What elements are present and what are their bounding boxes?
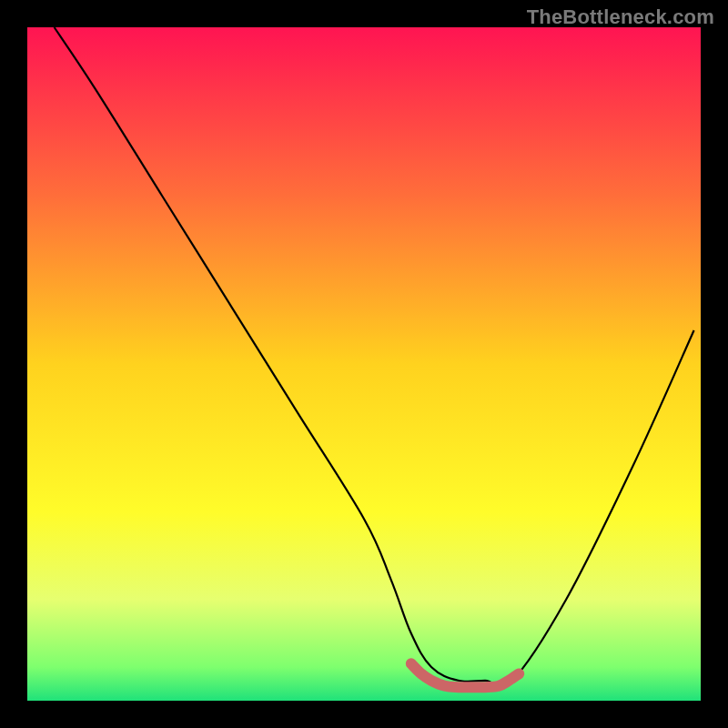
chart-svg xyxy=(27,27,701,701)
plot-area xyxy=(27,27,701,701)
watermark-text: TheBottleneck.com xyxy=(527,5,714,29)
gradient-background xyxy=(27,27,701,701)
chart-container: TheBottleneck.com xyxy=(0,0,728,728)
